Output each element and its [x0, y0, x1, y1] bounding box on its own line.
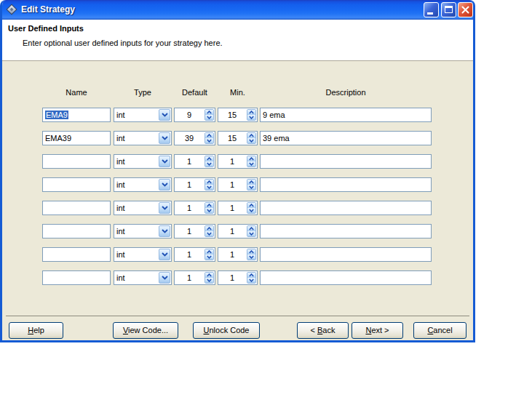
minimize-button[interactable] — [424, 2, 439, 17]
help-button[interactable]: Help — [9, 322, 63, 339]
name-field[interactable] — [42, 224, 111, 238]
chevron-down-icon — [249, 185, 254, 189]
type-select[interactable]: int — [114, 177, 172, 192]
spin-down-button[interactable] — [247, 231, 255, 236]
spin-down-button[interactable] — [247, 115, 255, 120]
spin-down-button[interactable] — [205, 208, 213, 213]
spin-up-button[interactable] — [247, 156, 255, 161]
spin-up-button[interactable] — [205, 203, 213, 208]
default-spinner[interactable]: 9 — [174, 108, 215, 122]
min-spinner[interactable]: 1 — [218, 224, 258, 238]
min-spinner[interactable]: 1 — [218, 201, 258, 215]
default-spinner[interactable]: 1 — [174, 177, 215, 192]
description-field[interactable] — [260, 224, 432, 238]
spin-up-button[interactable] — [247, 180, 255, 185]
description-field[interactable] — [260, 247, 432, 262]
min-spinner[interactable]: 15 — [218, 131, 258, 145]
spin-up-button[interactable] — [205, 226, 213, 231]
type-select[interactable]: int — [114, 224, 172, 238]
description-field[interactable]: 9 ema — [260, 108, 432, 122]
close-button[interactable] — [458, 2, 473, 17]
combo-dropdown-button[interactable] — [159, 156, 170, 167]
unlock-code-button[interactable]: Unlock Code — [193, 322, 260, 339]
spin-down-button[interactable] — [247, 254, 255, 260]
default-spinner[interactable]: 1 — [174, 270, 215, 285]
combo-dropdown-button[interactable] — [159, 109, 170, 121]
back-button[interactable]: < Back — [297, 322, 349, 339]
combo-dropdown-button[interactable] — [159, 249, 170, 260]
min-spinner[interactable]: 1 — [218, 154, 258, 169]
spin-up-button[interactable] — [247, 133, 255, 138]
type-select[interactable]: int — [114, 247, 172, 262]
name-field[interactable] — [42, 177, 111, 192]
default-spinner[interactable]: 1 — [174, 247, 215, 262]
min-spinner[interactable]: 15 — [218, 108, 258, 122]
chevron-down-icon — [249, 209, 254, 212]
spin-down-button[interactable] — [205, 138, 213, 143]
name-field[interactable] — [42, 247, 111, 262]
cancel-button[interactable]: Cancel — [413, 322, 467, 339]
spin-down-button[interactable] — [247, 161, 255, 167]
chevron-down-icon — [207, 232, 212, 236]
spin-up-button[interactable] — [247, 226, 255, 231]
view-code-button[interactable]: View Code... — [113, 322, 178, 339]
name-field[interactable] — [42, 201, 111, 215]
maximize-button[interactable] — [441, 2, 456, 17]
chevron-down-icon — [249, 232, 254, 236]
type-select[interactable]: int — [114, 108, 172, 122]
spin-down-button[interactable] — [247, 208, 255, 213]
description-field[interactable] — [260, 154, 432, 169]
min-spinner[interactable]: 1 — [218, 247, 258, 262]
input-row: EMA39 int 39 — [2, 131, 473, 145]
spin-down-button[interactable] — [205, 278, 213, 283]
description-field[interactable] — [260, 201, 432, 215]
spin-up-button[interactable] — [205, 156, 213, 161]
min-value: 1 — [218, 178, 246, 191]
spin-down-button[interactable] — [247, 278, 255, 283]
spin-up-button[interactable] — [205, 133, 213, 138]
combo-dropdown-button[interactable] — [159, 225, 170, 237]
type-select[interactable]: int — [114, 270, 172, 285]
chevron-up-icon — [207, 134, 212, 137]
default-spinner[interactable]: 39 — [174, 131, 215, 145]
name-field[interactable] — [42, 270, 111, 285]
default-spinner[interactable]: 1 — [174, 201, 215, 215]
description-value: 9 ema — [263, 111, 285, 119]
combo-dropdown-button[interactable] — [159, 272, 170, 284]
spin-up-button[interactable] — [205, 180, 213, 185]
spin-down-button[interactable] — [205, 185, 213, 190]
description-field[interactable] — [260, 270, 432, 285]
spin-up-button[interactable] — [205, 249, 213, 254]
title-bar[interactable]: Edit Strategy — [2, 0, 473, 20]
description-field[interactable]: 39 ema — [260, 131, 432, 145]
spin-up-button[interactable] — [205, 110, 213, 115]
spin-down-button[interactable] — [205, 231, 213, 236]
combo-dropdown-button[interactable] — [159, 202, 170, 214]
spin-up-button[interactable] — [247, 273, 255, 278]
spin-down-button[interactable] — [247, 138, 255, 143]
spin-down-button[interactable] — [205, 161, 213, 167]
spin-up-button[interactable] — [247, 249, 255, 254]
default-spinner[interactable]: 1 — [174, 154, 215, 169]
name-field[interactable]: EMA39 — [42, 131, 111, 145]
edit-strategy-window: Edit Strategy User Defined Inputs Enter … — [0, 0, 475, 342]
spin-up-button[interactable] — [247, 203, 255, 208]
app-diamond-icon[interactable] — [6, 4, 17, 15]
spin-up-button[interactable] — [205, 273, 213, 278]
type-select[interactable]: int — [114, 154, 172, 169]
spin-down-button[interactable] — [247, 185, 255, 190]
spin-down-button[interactable] — [205, 254, 213, 260]
default-spinner[interactable]: 1 — [174, 224, 215, 238]
spin-up-button[interactable] — [247, 110, 255, 115]
spin-down-button[interactable] — [205, 115, 213, 120]
min-spinner[interactable]: 1 — [218, 177, 258, 192]
combo-dropdown-button[interactable] — [159, 132, 170, 144]
description-field[interactable] — [260, 177, 432, 192]
type-select[interactable]: int — [114, 201, 172, 215]
next-button[interactable]: Next > — [352, 322, 403, 339]
type-select[interactable]: int — [114, 131, 172, 145]
name-field[interactable]: EMA9 — [42, 108, 111, 122]
name-field[interactable] — [42, 154, 111, 169]
min-spinner[interactable]: 1 — [218, 270, 258, 285]
combo-dropdown-button[interactable] — [159, 179, 170, 191]
